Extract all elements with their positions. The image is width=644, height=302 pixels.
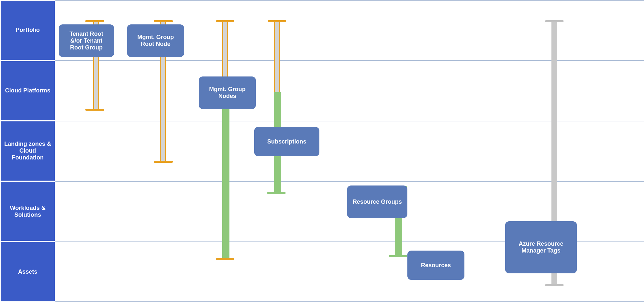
rg-bot-cap (389, 255, 407, 257)
node-mgmt-group-root: Mgmt. Group Root Node (127, 24, 184, 57)
tenant-root-bot-cap (85, 109, 104, 111)
main-area: Tenant Root &/or Tenant Root Group Mgmt.… (55, 0, 644, 302)
sidebar-label-portfolio: Portfolio (16, 27, 40, 34)
node-arm-tags: Azure Resource Manager Tags (505, 221, 577, 273)
node-mgmt-group-nodes: Mgmt. Group Nodes (199, 76, 256, 109)
sidebar-row-assets: Assets (0, 241, 55, 302)
node-resource-groups: Resource Groups (347, 185, 407, 218)
sidebar-row-cloud-platforms: Cloud Platforms (0, 61, 55, 121)
sidebar-row-portfolio: Portfolio (0, 0, 55, 61)
subs-top-cap (268, 20, 286, 22)
sidebar-label-workloads: Workloads & Solutions (3, 205, 52, 218)
diagram-container: Portfolio Cloud Platforms Landing zones … (0, 0, 644, 302)
mgmt-root-bot-cap (154, 161, 173, 163)
node-tenant-root: Tenant Root &/or Tenant Root Group (59, 24, 114, 57)
node-resources: Resources (407, 251, 464, 280)
subs-bot-cap (267, 192, 285, 194)
sidebar: Portfolio Cloud Platforms Landing zones … (0, 0, 55, 302)
subs-upper-stem (274, 22, 280, 92)
arm-top-cap (545, 20, 564, 22)
arm-bot-cap (545, 284, 564, 286)
sidebar-label-landing-zones: Landing zones & Cloud Foundation (3, 141, 52, 161)
node-subscriptions: Subscriptions (254, 127, 319, 156)
mgmt-root-top-cap (154, 20, 173, 22)
mgmt-nodes-top-cap (216, 20, 234, 22)
mgmt-nodes-green-stem (222, 100, 229, 260)
sidebar-label-assets: Assets (18, 268, 37, 275)
sidebar-row-landing-zones: Landing zones & Cloud Foundation (0, 121, 55, 181)
sidebar-row-workloads: Workloads & Solutions (0, 181, 55, 242)
hline-0 (55, 0, 644, 1)
sidebar-label-cloud-platforms: Cloud Platforms (5, 87, 50, 94)
mgmt-nodes-bot-cap (216, 258, 234, 260)
tenant-root-top-cap (85, 20, 104, 22)
